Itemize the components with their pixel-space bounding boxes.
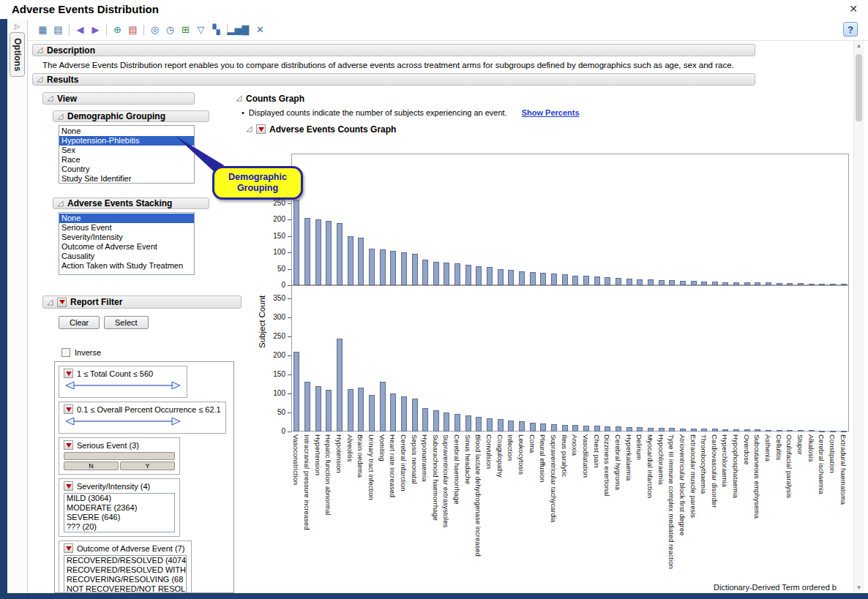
bar[interactable] [401,396,407,432]
bar[interactable] [809,430,815,432]
filter-segment[interactable]: N [64,462,119,470]
data-table-icon[interactable]: ▦ [35,22,50,37]
bar[interactable] [572,425,578,432]
bar[interactable] [562,274,568,285]
bar[interactable] [433,410,439,432]
bar[interactable] [669,280,675,285]
scroll-up-icon[interactable]: ▲ [853,42,864,49]
bar[interactable] [348,236,353,286]
bar[interactable] [304,218,310,285]
bar[interactable] [583,426,589,432]
inverse-checkbox[interactable] [61,348,70,357]
bar[interactable] [433,262,439,285]
list-item[interactable]: MILD (3064) [64,494,174,503]
select-button[interactable]: Select [104,316,149,329]
list-item[interactable]: Action Taken with Study Treatmen [59,261,194,271]
vertical-scrollbar[interactable] [853,41,864,592]
filter-list[interactable]: RECOVERED/RESOLVED (4074RECOVERED/RESOLV… [64,555,187,593]
bar[interactable] [465,415,471,432]
bar[interactable] [572,276,578,286]
bar[interactable] [787,430,793,432]
bar[interactable] [605,426,610,432]
collapse-icon[interactable] [246,126,252,132]
bar[interactable] [519,421,525,432]
list-item[interactable]: Severity/Intensity [59,233,194,242]
collapse-icon[interactable] [37,47,43,53]
list-item[interactable]: NOT RECOVERED/NOT RESOL [64,584,186,593]
list-item[interactable]: Outcome of Adverse Event [59,242,194,252]
bar[interactable] [583,276,589,285]
bar[interactable] [293,200,299,285]
time-window-icon[interactable]: ◷ [162,22,178,37]
range-slider[interactable] [64,380,182,391]
bar[interactable] [722,429,728,432]
globe-icon[interactable]: ⊕ [110,22,125,37]
bar[interactable] [390,393,396,432]
close-report-icon[interactable]: ✕ [252,22,268,37]
expand-options-icon[interactable]: ▷ [12,23,23,30]
bar[interactable] [412,254,418,285]
bar[interactable] [390,251,396,285]
list-item[interactable]: RECOVERED/RESOLVED WITH [64,565,186,575]
bar[interactable] [326,221,332,285]
bar[interactable] [508,421,514,432]
bar[interactable] [337,339,343,432]
bar[interactable] [380,382,386,432]
bar[interactable] [358,238,364,285]
bar[interactable] [605,277,610,285]
bar[interactable] [830,431,836,432]
bar[interactable] [422,260,428,285]
bar[interactable] [551,274,557,285]
bar[interactable] [369,395,375,432]
bar[interactable] [691,429,697,432]
bar[interactable] [659,280,665,285]
bar[interactable] [337,223,343,286]
red-triangle-menu-icon[interactable] [64,481,73,491]
journal-icon[interactable]: ▤ [50,22,66,37]
bar[interactable] [412,399,418,432]
bar[interactable] [315,386,321,432]
bar[interactable] [315,219,321,285]
bar[interactable] [358,388,364,432]
range-slider[interactable] [64,416,182,426]
add-data-icon[interactable]: ⊞ [178,22,193,37]
bar[interactable] [465,265,471,285]
bar[interactable] [487,418,493,432]
bar[interactable] [637,427,643,432]
bar[interactable] [701,429,707,432]
bar[interactable] [798,430,804,432]
bar[interactable] [551,424,557,432]
report-icon[interactable]: ▤ [125,22,141,37]
bar[interactable] [659,428,665,432]
bar[interactable] [766,430,771,432]
bar[interactable] [519,271,525,285]
scroll-down-icon[interactable]: ▼ [853,584,864,591]
ae-stacking-list[interactable]: NoneSerious EventSeverity/IntensityOutco… [59,212,195,275]
filter-icon[interactable]: ▽ [193,22,209,37]
bar[interactable] [454,263,460,285]
filter-segment[interactable]: Y [120,462,175,470]
clear-button[interactable]: Clear [59,316,100,329]
profiler-icon[interactable]: ▚ [209,22,224,37]
close-icon[interactable]: ✕ [849,3,858,15]
collapse-icon[interactable] [57,200,64,207]
bar[interactable] [626,427,632,432]
previous-report-icon[interactable]: ◀ [72,22,88,37]
list-item[interactable]: ??? (20) [64,522,174,532]
bar[interactable] [454,414,460,432]
bar[interactable] [841,431,847,432]
bar[interactable] [712,429,718,432]
red-triangle-menu-icon[interactable] [57,298,67,307]
bar[interactable] [616,278,621,285]
bar[interactable] [648,279,654,285]
bar[interactable] [540,273,546,285]
bar[interactable] [304,382,310,432]
list-item[interactable]: RECOVERED/RESOLVED (4074 [64,556,186,565]
search-data-icon[interactable]: ◎ [147,22,162,37]
list-item[interactable]: None [59,214,194,223]
collapse-icon[interactable] [57,113,64,120]
bar[interactable] [422,408,428,432]
red-triangle-menu-icon[interactable] [64,404,73,414]
bar[interactable] [487,267,493,285]
list-item[interactable]: SEVERE (646) [64,513,174,522]
